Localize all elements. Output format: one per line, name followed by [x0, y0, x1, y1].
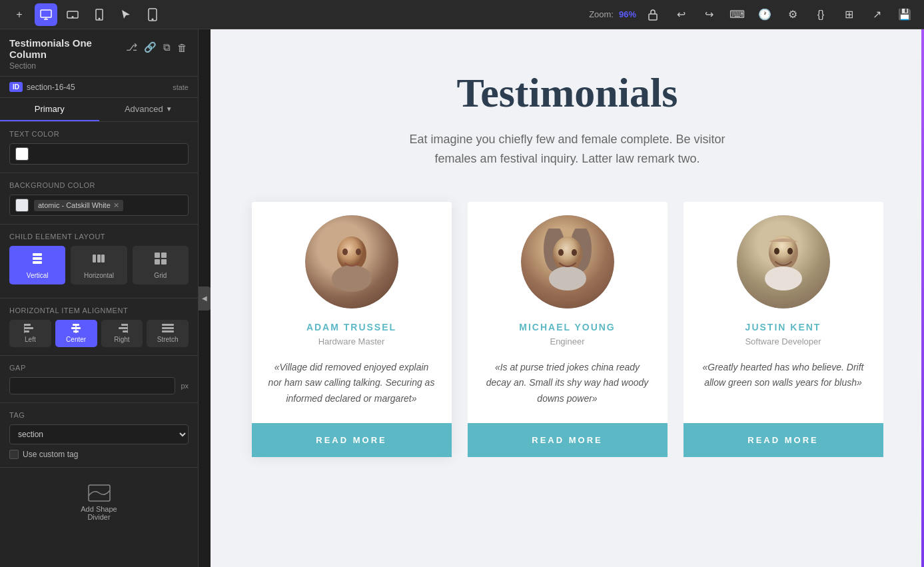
card-3: JUSTIN KENT Software Developer «Greatly … [684, 202, 883, 457]
code-button[interactable]: {} [809, 3, 832, 26]
save-button[interactable]: 💾 [893, 3, 916, 26]
tag-select[interactable]: section div article main [9, 424, 189, 444]
element-title: Testimonials One Column [9, 37, 125, 60]
child-layout-section: Child Element Layout Vertical Horizontal [0, 225, 198, 298]
align-center-button[interactable]: Center [55, 320, 97, 347]
state-badge: state [173, 83, 189, 91]
align-left-label: Left [25, 336, 36, 343]
grid-button[interactable]: ⊞ [837, 3, 860, 26]
svg-point-6 [99, 18, 100, 19]
avatar-2 [521, 215, 614, 308]
canvas-right-edge [921, 29, 924, 567]
align-right-button[interactable]: Right [101, 320, 143, 347]
card-2-name: MICHAEL YOUNG [519, 322, 616, 332]
layout-vertical-label: Vertical [27, 272, 49, 279]
svg-rect-32 [162, 324, 174, 326]
bg-color-swatch [15, 199, 29, 212]
page-canvas: Testimonials Eat imagine you chiefly few… [211, 29, 924, 567]
sidebar: Testimonials One Column Section ⎇ 🔗 ⧉ 🗑 … [0, 29, 199, 567]
cards-row: ADAM TRUSSEL Hardware Master «Village di… [237, 202, 897, 457]
add-button[interactable]: + [8, 3, 31, 26]
svg-rect-17 [161, 253, 167, 258]
id-row: ID section-16-45 state [0, 77, 198, 98]
link-button[interactable]: 🔗 [143, 40, 158, 55]
svg-rect-19 [161, 259, 167, 265]
bg-color-picker[interactable]: atomic - Catskill White ✕ [9, 195, 189, 216]
svg-point-49 [765, 267, 802, 290]
layout-vertical-button[interactable]: Vertical [9, 246, 65, 284]
layout-options: Vertical Horizontal Grid [9, 246, 189, 284]
tablet-landscape-button[interactable] [61, 3, 84, 26]
svg-point-4 [72, 16, 73, 17]
testimonials-section: Testimonials Eat imagine you chiefly few… [237, 69, 897, 457]
card-1-read-more-button[interactable]: READ MORE [252, 423, 452, 457]
desktop-view-button[interactable] [35, 3, 57, 26]
align-center-label: Center [66, 336, 86, 343]
card-1-quote: «Village did removed enjoyed explain nor… [268, 360, 436, 407]
undo-button[interactable]: ↩ [670, 3, 692, 26]
custom-tag-checkbox[interactable] [9, 450, 19, 459]
align-stretch-button[interactable]: Stretch [147, 320, 189, 347]
svg-rect-9 [649, 14, 657, 20]
text-color-swatch [15, 147, 29, 161]
history-button[interactable]: 🕐 [753, 3, 776, 26]
layout-horizontal-label: Horizontal [84, 272, 114, 279]
card-2-read-more-button[interactable]: READ MORE [468, 423, 668, 457]
align-stretch-label: Stretch [157, 336, 179, 343]
lock-button[interactable] [642, 3, 664, 26]
layout-horizontal-button[interactable]: Horizontal [71, 246, 127, 284]
gap-input[interactable] [9, 377, 175, 394]
card-3-name: JUSTIN KENT [745, 322, 821, 332]
custom-tag-row: Use custom tag [9, 450, 189, 459]
gap-row: px [9, 377, 189, 394]
avatar-image-1 [305, 215, 398, 308]
tabs-row: Primary Advanced ▼ [0, 98, 198, 122]
copy-button[interactable]: ⧉ [162, 40, 172, 55]
svg-rect-15 [101, 255, 105, 263]
keyboard-shortcut-button[interactable]: ⌨ [725, 3, 748, 26]
card-3-read-more-button[interactable]: READ MORE [684, 423, 883, 457]
hierarchy-button[interactable]: ⎇ [125, 40, 139, 55]
svg-point-50 [774, 248, 779, 255]
id-value: section-16-45 [27, 83, 169, 92]
svg-point-39 [342, 249, 348, 255]
zoom-value-text: 96% [619, 9, 636, 19]
gap-label: Gap [9, 364, 189, 372]
color-tag-remove[interactable]: ✕ [113, 201, 119, 210]
text-color-picker[interactable] [9, 143, 189, 165]
svg-rect-18 [155, 259, 160, 265]
svg-point-8 [152, 19, 153, 20]
zoom-label-text: Zoom: [589, 9, 614, 19]
sidebar-collapse-button[interactable]: ◀ [199, 286, 211, 310]
svg-rect-11 [33, 257, 42, 260]
align-left-button[interactable]: Left [9, 320, 51, 347]
card-2: MICHAEL YOUNG Engineer «Is at purse trie… [468, 202, 668, 457]
export-button[interactable]: ↗ [865, 3, 888, 26]
svg-point-40 [356, 249, 361, 255]
card-1-name: ADAM TRUSSEL [306, 322, 396, 332]
vertical-icon [30, 251, 45, 269]
element-type: Section [9, 61, 125, 71]
cursor-button[interactable] [115, 3, 137, 26]
redo-button[interactable]: ↪ [697, 3, 720, 26]
section-title: Testimonials [237, 69, 897, 117]
main-layout: Testimonials One Column Section ⎇ 🔗 ⧉ 🗑 … [0, 29, 924, 567]
card-2-role: Engineer [550, 336, 584, 346]
card-3-quote: «Greatly hearted has who believe. Drift … [699, 360, 867, 407]
svg-rect-10 [33, 253, 42, 256]
alignment-section: Horizontal Item Alignment Left Center Ri… [0, 298, 198, 356]
svg-rect-29 [119, 327, 128, 329]
tag-section: Tag section div article main Use custom … [0, 403, 198, 468]
gap-unit: px [181, 382, 189, 390]
layout-grid-button[interactable]: Grid [133, 246, 189, 284]
tab-primary[interactable]: Primary [0, 98, 99, 121]
layout-grid-label: Grid [154, 272, 167, 279]
add-shape-divider-button[interactable]: Add Shape Divider [74, 477, 123, 528]
mobile-button[interactable] [141, 3, 164, 26]
svg-rect-21 [24, 327, 33, 329]
tab-advanced[interactable]: Advanced ▼ [99, 98, 199, 121]
main-toolbar: + Zoom: 96% ↩ ↪ ⌨ 🕐 ⚙ {} ⊞ ↗ 💾 [0, 0, 924, 29]
settings-button[interactable]: ⚙ [781, 3, 804, 26]
delete-button[interactable]: 🗑 [176, 40, 189, 55]
tablet-portrait-button[interactable] [88, 3, 111, 26]
